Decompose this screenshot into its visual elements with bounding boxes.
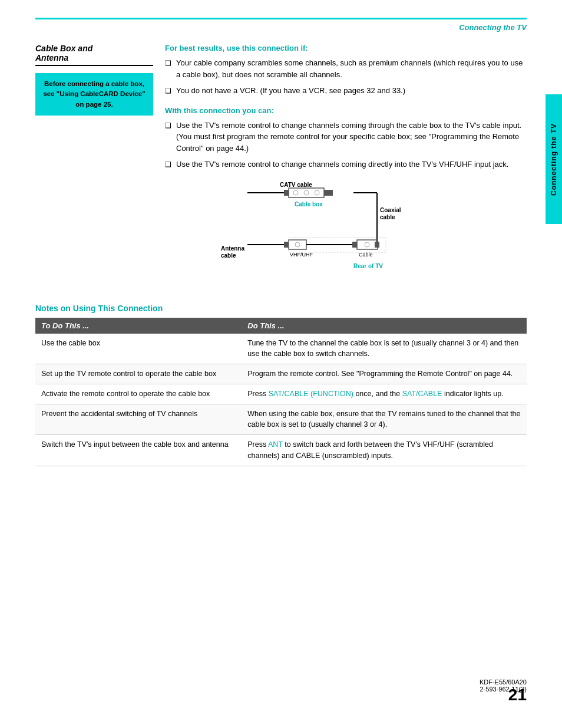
col2-header: Do This ...: [242, 318, 527, 334]
notes-table: To Do This ... Do This ... Use the cable…: [35, 318, 527, 466]
svg-text:Antenna: Antenna: [221, 245, 244, 252]
table-cell: When using the cable box, ensure that th…: [242, 404, 527, 435]
table-cell: Program the remote control. See "Program…: [242, 364, 527, 384]
svg-text:cable: cable: [380, 214, 395, 220]
table-row: Set up the TV remote control to operate …: [35, 364, 527, 384]
svg-rect-1: [284, 190, 289, 196]
with-connection-list: Use the TV's remote control to change ch…: [165, 120, 527, 170]
page-number: 21: [508, 686, 527, 704]
table-cell: Activate the remote control to operate t…: [35, 384, 242, 404]
notes-title: Notes on Using This Connection: [35, 304, 527, 313]
table-cell: Press SAT/CABLE (FUNCTION) once, and the…: [242, 384, 527, 404]
page: Connecting the TV Connecting the TV Cabl…: [0, 0, 562, 728]
svg-rect-22: [352, 242, 357, 248]
table-row: Prevent the accidental switching of TV c…: [35, 404, 527, 435]
cyan-text: SAT/CABLE (FUNCTION): [269, 390, 353, 398]
svg-point-24: [365, 242, 369, 247]
table-row: Activate the remote control to operate t…: [35, 384, 527, 404]
table-cell: Use the cable box: [35, 334, 242, 364]
top-line: [35, 18, 527, 19]
svg-rect-6: [324, 190, 329, 196]
model-number: KDF-E55/60A20: [480, 678, 527, 686]
right-column: For best results, use this connection if…: [165, 44, 527, 298]
left-column: Cable Box andAntenna Before connecting a…: [35, 44, 153, 298]
svg-rect-18: [289, 240, 306, 249]
svg-text:VHF/UHF: VHF/UHF: [290, 252, 313, 258]
best-results-heading: For best results, use this connection if…: [165, 44, 527, 52]
svg-text:cable: cable: [221, 252, 236, 259]
section-title: Cable Box andAntenna: [35, 44, 153, 66]
table-row: Use the cable box Tune the TV to the cha…: [35, 334, 527, 364]
svg-point-5: [315, 190, 319, 195]
notes-section: Notes on Using This Connection To Do Thi…: [35, 304, 527, 466]
svg-rect-12: [328, 190, 333, 196]
svg-rect-17: [284, 242, 289, 248]
svg-rect-23: [357, 240, 378, 249]
table-header-row: To Do This ... Do This ...: [35, 318, 527, 334]
cyan-text: ANT: [268, 440, 283, 449]
cyan-text: SAT/CABLE: [402, 390, 442, 398]
list-item: Use the TV's remote control to change ch…: [165, 120, 527, 154]
catv-label: CATV cable: [280, 182, 312, 188]
main-content: Cable Box andAntenna Before connecting a…: [35, 44, 527, 298]
best-results-list: Your cable company scrambles some channe…: [165, 57, 527, 97]
connection-diagram: CATV cable Cable box: [189, 180, 527, 286]
svg-point-3: [293, 190, 298, 195]
table-cell: Press ANT to switch back and forth betwe…: [242, 435, 527, 466]
table-row: Switch the TV's input between the cable …: [35, 435, 527, 466]
list-item: Your cable company scrambles some channe…: [165, 57, 527, 80]
svg-text:Rear of TV: Rear of TV: [353, 263, 383, 269]
page-header-title: Connecting the TV: [35, 23, 527, 32]
side-tab: Connecting the TV: [546, 94, 562, 224]
table-cell: Set up the TV remote control to operate …: [35, 364, 242, 384]
list-item: You do not have a VCR. (If you have a VC…: [165, 85, 527, 97]
svg-text:Cable: Cable: [359, 252, 373, 258]
col1-header: To Do This ...: [35, 318, 242, 334]
svg-point-19: [295, 242, 300, 247]
note-box: Before connecting a cable box, see "Usin…: [35, 73, 153, 116]
table-cell: Switch the TV's input between the cable …: [35, 435, 242, 466]
svg-text:Cable box: Cable box: [295, 201, 323, 207]
svg-rect-2: [289, 188, 324, 197]
list-item: Use the TV's remote control to change ch…: [165, 159, 527, 170]
side-tab-label: Connecting the TV: [550, 123, 558, 196]
svg-point-4: [304, 190, 309, 195]
table-cell: Prevent the accidental switching of TV c…: [35, 404, 242, 435]
with-connection-heading: With this connection you can:: [165, 106, 527, 115]
table-cell: Tune the TV to the channel the cable box…: [242, 334, 527, 364]
svg-text:Coaxial: Coaxial: [380, 207, 401, 213]
svg-rect-27: [375, 242, 379, 248]
